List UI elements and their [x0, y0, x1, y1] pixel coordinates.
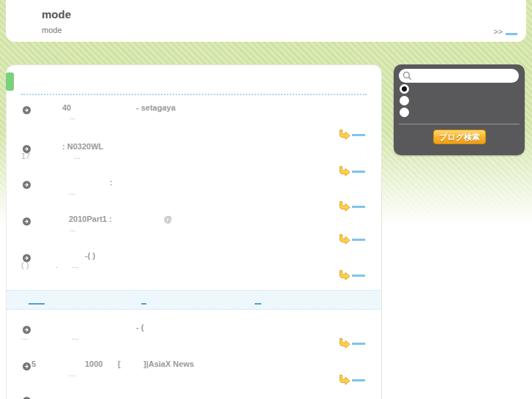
- header-more-link[interactable]: [506, 33, 517, 35]
- result-item: 2010Part1 : @: [7, 215, 381, 236]
- read-more-underline[interactable]: [352, 379, 365, 381]
- result-title-part[interactable]: - setagaya: [136, 103, 176, 112]
- snippet-text: ...: [74, 152, 80, 160]
- read-more-link[interactable]: [338, 267, 365, 277]
- highlight-band: [7, 290, 381, 310]
- read-more-link[interactable]: [338, 163, 365, 174]
- result-title-part[interactable]: 2010Part1 :: [69, 215, 112, 223]
- curved-arrow-icon: [338, 201, 351, 212]
- snippet-text: ...: [69, 112, 75, 121]
- result-title-part[interactable]: 5: [31, 359, 36, 368]
- result-item: - (: [7, 323, 381, 345]
- snippet-text: 17: [21, 152, 30, 160]
- curved-arrow-icon: [338, 270, 351, 280]
- snippet-text: ( ): [21, 261, 29, 269]
- read-more-underline[interactable]: [352, 171, 365, 173]
- result-item: 40 - setagaya: [7, 103, 381, 125]
- arrow-circle-icon: [23, 143, 31, 151]
- result-title-part[interactable]: @: [164, 215, 172, 223]
- band-link[interactable]: [141, 303, 146, 305]
- snippet-text: ...: [72, 332, 78, 341]
- header-more: >>: [493, 27, 517, 36]
- arrow-circle-icon: [23, 395, 31, 399]
- result-title-part[interactable]: :: [110, 178, 113, 187]
- result-item: -( ): [7, 251, 381, 273]
- snippet-text: .: [56, 261, 58, 269]
- result-item: : N0320WL: [7, 142, 381, 164]
- header-more-label: >>: [493, 27, 503, 36]
- read-more-link[interactable]: [338, 231, 365, 242]
- result-title-part[interactable]: ]|AsiaX News: [143, 359, 194, 368]
- curved-arrow-icon: [338, 234, 351, 245]
- dotted-separator: [21, 94, 367, 95]
- results-card: 40 - setagaya ... : N0320WL 17 ... : ...…: [6, 64, 382, 399]
- read-more-underline[interactable]: [352, 206, 365, 208]
- band-link[interactable]: [255, 303, 261, 305]
- arrow-circle-icon: [23, 179, 31, 187]
- search-input[interactable]: [415, 70, 517, 83]
- result-title-part[interactable]: : N0320WL: [62, 142, 103, 151]
- read-more-link[interactable]: [338, 198, 365, 209]
- snippet-text: ...: [69, 187, 75, 196]
- page: { "page": { "bg_green": "#cfe2a3", "acce…: [0, 0, 532, 399]
- read-more-underline[interactable]: [352, 134, 365, 136]
- arrow-circle-icon: [23, 104, 31, 112]
- result-item: 5 1000 [ ]|AsiaX News: [7, 359, 381, 381]
- panel-divider: [399, 124, 520, 124]
- result-title-part[interactable]: [: [118, 359, 121, 368]
- curved-arrow-icon: [338, 338, 351, 348]
- curved-arrow-icon: [338, 166, 351, 176]
- magnifier-icon: [402, 71, 412, 81]
- read-more-link[interactable]: [338, 127, 365, 137]
- result-title-part[interactable]: -( ): [85, 251, 95, 260]
- arrow-circle-icon: [23, 324, 31, 332]
- snippet-text: ...: [69, 369, 75, 378]
- curved-arrow-icon: [338, 375, 351, 385]
- page-title: mode: [42, 8, 71, 20]
- page-subtitle: mode: [42, 26, 62, 34]
- result-item: [7, 394, 381, 399]
- result-title-part[interactable]: 40: [62, 103, 71, 112]
- read-more-link[interactable]: [338, 335, 365, 346]
- search-scope-radio-3[interactable]: [400, 108, 409, 117]
- blog-search-panel: ブログ検索: [394, 64, 525, 155]
- blog-search-button[interactable]: ブログ検索: [433, 130, 486, 144]
- green-tab-marker: [6, 72, 14, 91]
- snippet-text: ...: [69, 224, 75, 233]
- arrow-circle-icon: [23, 360, 31, 368]
- result-item: :: [7, 178, 381, 200]
- snippet-text: ...: [72, 261, 78, 269]
- search-scope-radio-1[interactable]: [400, 84, 409, 94]
- read-more-underline[interactable]: [352, 275, 365, 277]
- result-title-part[interactable]: - (: [136, 323, 143, 332]
- read-more-underline[interactable]: [352, 239, 365, 241]
- header-card: mode mode >>: [6, 0, 526, 42]
- search-scope-radio-2[interactable]: [400, 96, 409, 105]
- arrow-circle-icon: [23, 252, 31, 260]
- search-box[interactable]: [399, 69, 519, 83]
- band-link[interactable]: [29, 303, 45, 305]
- read-more-underline[interactable]: [352, 343, 365, 345]
- read-more-link[interactable]: [338, 372, 365, 382]
- arrow-circle-icon: [23, 215, 31, 223]
- snippet-text: ...: [21, 332, 28, 341]
- curved-arrow-icon: [338, 130, 351, 140]
- result-title-part[interactable]: 1000: [85, 359, 102, 368]
